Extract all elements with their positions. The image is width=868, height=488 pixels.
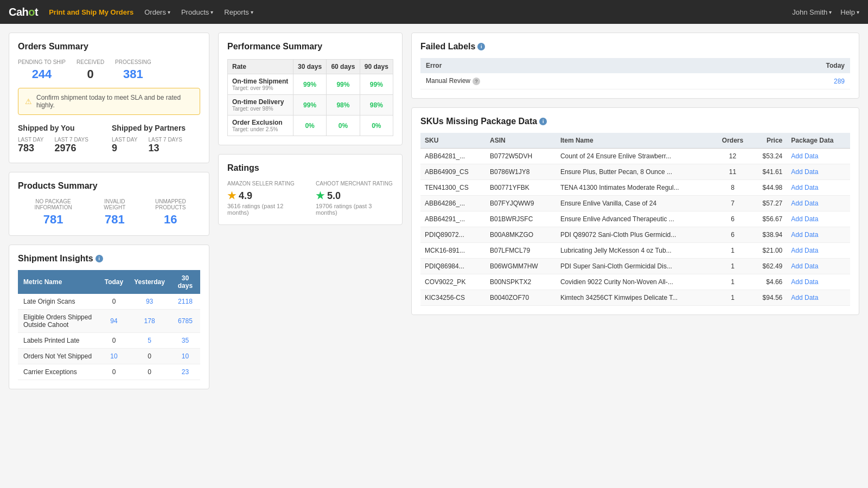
perf-col-rate: Rate <box>228 60 293 74</box>
insights-row: Late Origin Scans 0 93 2118 <box>18 294 200 310</box>
insights-col-metric: Metric Name <box>18 270 99 294</box>
skus-missing-info-icon[interactable]: i <box>539 118 547 125</box>
processing-label: PROCESSING <box>115 59 151 65</box>
sku-sku: MCK16-891... <box>420 243 486 259</box>
sku-orders: 12 <box>714 149 751 164</box>
user-menu[interactable]: John Smith ▾ <box>792 8 832 16</box>
navbar-right: John Smith ▾ Help ▾ <box>792 8 859 16</box>
ratings-card: Ratings AMAZON SELLER RATING ★ 4.9 3616 … <box>218 154 403 225</box>
perf-rate-label: Order Exclusion Target: under 2.5% <box>228 115 293 136</box>
shipped-you-last-7: LAST 7 DAYS 2976 <box>54 137 88 154</box>
pending-to-ship-stat: PENDING TO SHIP 244 <box>18 59 66 81</box>
products-stats: NO PACKAGE INFORMATION 781 INVALID WEIGH… <box>18 198 200 227</box>
nav-reports[interactable]: Reports ▾ <box>224 8 253 16</box>
failed-labels-table: Error Today Manual Review? 289 <box>420 58 850 89</box>
insights-today: 0 <box>99 294 129 310</box>
sku-price: $94.56 <box>751 290 787 306</box>
insights-30d-link[interactable]: 35 <box>182 337 189 344</box>
add-data-link[interactable]: Add Data <box>791 215 818 223</box>
skus-row: PDIQ86984... B06WGMM7HW PDI Super Sani-C… <box>420 259 850 274</box>
add-data-link[interactable]: Add Data <box>791 231 818 239</box>
alert-text: Confirm shipment today to meet SLA and b… <box>36 94 193 109</box>
shipped-partners-lastday-label: LAST DAY <box>112 137 137 143</box>
processing-stat: PROCESSING 381 <box>115 59 151 81</box>
shipment-insights-info-icon[interactable]: i <box>95 255 103 262</box>
shipped-you-last7-value: 2976 <box>54 143 88 154</box>
shipped-by-partners: Shipped by Partners LAST DAY 9 LAST 7 DA… <box>112 124 200 154</box>
shipped-you-lastday-value: 783 <box>18 143 43 154</box>
failed-col-today: Today <box>716 58 850 73</box>
sku-add-data: Add Data <box>787 259 850 274</box>
logo-highlight: o <box>28 6 35 18</box>
skus-missing-title: SKUs Missing Package Data i <box>420 117 850 126</box>
perf-row: On-time Delivery Target: over 98% 99% 98… <box>228 95 393 115</box>
insights-yesterday: 0 <box>129 364 170 380</box>
perf-row: Order Exclusion Target: under 2.5% 0% 0%… <box>228 115 393 136</box>
amazon-rating: AMAZON SELLER RATING ★ 4.9 3616 ratings … <box>227 181 305 216</box>
insights-col-30days: 30 days <box>170 270 200 294</box>
sku-asin: B07LFMCL79 <box>486 243 556 259</box>
perf-60d-val: 98% <box>327 95 360 115</box>
sku-name: Covidien 9022 Curity Non-Woven All-... <box>556 274 714 290</box>
insights-30d-link[interactable]: 2118 <box>178 298 193 305</box>
shipped-partners-last7-value: 13 <box>148 143 182 154</box>
insights-today-val: 0 <box>112 298 116 305</box>
insights-yesterday-link[interactable]: 5 <box>148 337 151 344</box>
insights-today-link[interactable]: 94 <box>110 317 117 325</box>
nav-orders[interactable]: Orders ▾ <box>144 8 170 16</box>
sku-price: $56.67 <box>751 211 787 227</box>
failed-labels-info-icon[interactable]: i <box>477 43 485 50</box>
column-1: Orders Summary PENDING TO SHIP 244 RECEI… <box>9 33 209 398</box>
insights-row: Labels Printed Late 0 5 35 <box>18 333 200 349</box>
insights-row: Carrier Exceptions 0 0 23 <box>18 364 200 380</box>
sku-price: $44.98 <box>751 180 787 196</box>
insights-metric-name: Orders Not Yet Shipped <box>18 349 99 364</box>
nav-print-ship[interactable]: Print and Ship My Orders <box>49 8 133 16</box>
app-logo[interactable]: Cahot <box>9 6 38 18</box>
shipped-partners-lastday-value: 9 <box>112 143 137 154</box>
insights-30d-link[interactable]: 23 <box>182 368 189 376</box>
amazon-rating-value: ★ 4.9 <box>227 190 305 202</box>
nav-products[interactable]: Products ▾ <box>181 8 213 16</box>
add-data-link[interactable]: Add Data <box>791 200 818 207</box>
unmapped-value: 16 <box>164 213 177 226</box>
failed-error-label: Manual Review? <box>420 73 716 89</box>
shipment-insights-title: Shipment Insights i <box>18 254 200 264</box>
sku-price: $62.49 <box>751 259 787 274</box>
skus-col-asin: ASIN <box>486 133 556 149</box>
insights-yesterday-link[interactable]: 178 <box>144 317 155 325</box>
cahoot-rating: CAHOOT MERCHANT RATING ★ 5.0 19706 ratin… <box>316 181 393 216</box>
insights-yesterday-link[interactable]: 93 <box>146 298 153 305</box>
add-data-link[interactable]: Add Data <box>791 184 818 191</box>
sku-add-data: Add Data <box>787 164 850 180</box>
add-data-link[interactable]: Add Data <box>791 278 818 286</box>
skus-row: ABB64281_... B0772W5DVH Count of 24 Ensu… <box>420 149 850 164</box>
sku-price: $21.00 <box>751 243 787 259</box>
perf-col-60d: 60 days <box>327 60 360 74</box>
sku-orders: 8 <box>714 180 751 196</box>
add-data-link[interactable]: Add Data <box>791 168 818 176</box>
invalid-weight-label: INVALID WEIGHT <box>94 198 136 210</box>
insights-row: Orders Not Yet Shipped 10 0 10 <box>18 349 200 364</box>
insights-today-link[interactable]: 10 <box>110 352 117 360</box>
help-menu[interactable]: Help ▾ <box>840 8 859 16</box>
sku-add-data: Add Data <box>787 243 850 259</box>
add-data-link[interactable]: Add Data <box>791 262 818 270</box>
perf-90d-val: 98% <box>360 95 393 115</box>
skus-row: COV9022_PK B00NSPKTX2 Covidien 9022 Curi… <box>420 274 850 290</box>
insights-30d-link[interactable]: 6785 <box>178 317 193 325</box>
insights-today: 94 <box>99 310 129 333</box>
add-data-link[interactable]: Add Data <box>791 247 818 254</box>
performance-table: Rate 30 days 60 days 90 days On-time Shi… <box>227 59 393 136</box>
pending-value: 244 <box>32 67 52 81</box>
insights-30d-link[interactable]: 10 <box>182 352 189 360</box>
perf-90d-val: 0% <box>360 115 393 136</box>
manual-review-help-icon[interactable]: ? <box>473 78 480 85</box>
received-stat: RECEIVED 0 <box>76 59 104 81</box>
shipped-you-last7-label: LAST 7 DAYS <box>54 137 88 143</box>
add-data-link[interactable]: Add Data <box>791 294 818 301</box>
sku-sku: ABB64281_... <box>420 149 486 164</box>
add-data-link[interactable]: Add Data <box>791 152 818 160</box>
insights-today-val: 0 <box>112 337 116 344</box>
sku-price: $53.24 <box>751 149 787 164</box>
